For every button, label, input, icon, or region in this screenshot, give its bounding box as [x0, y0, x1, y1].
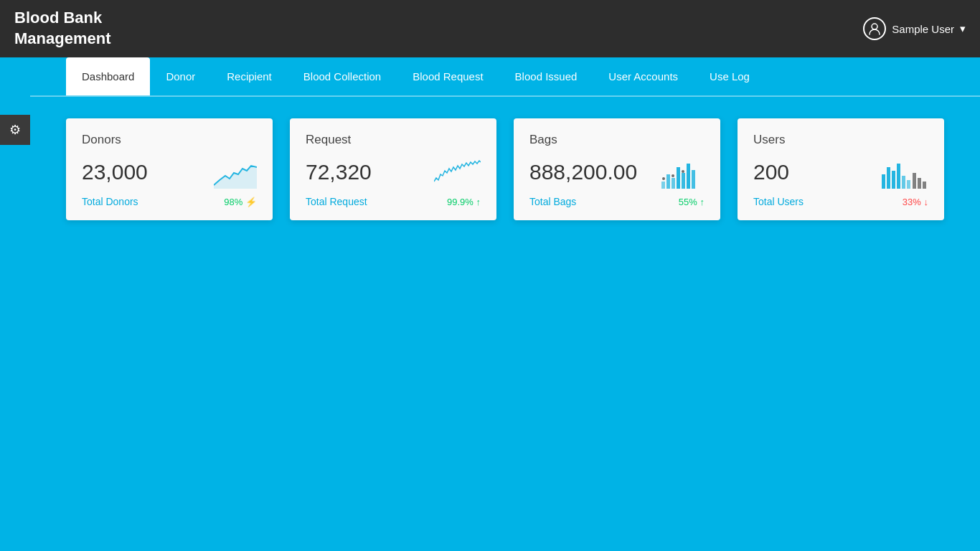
- gear-icon: ⚙: [9, 122, 21, 138]
- user-name-label: Sample User: [892, 23, 954, 35]
- svg-rect-5: [677, 167, 680, 189]
- request-card-body: 72,320: [306, 160, 481, 189]
- svg-rect-18: [913, 173, 916, 189]
- svg-marker-1: [214, 166, 257, 189]
- tab-blood-issued[interactable]: Blood Issued: [499, 57, 593, 95]
- svg-point-9: [662, 177, 665, 180]
- svg-rect-8: [692, 170, 695, 189]
- users-stat: 33% ↓: [903, 197, 928, 207]
- bags-card-body: 888,200.00: [529, 160, 705, 189]
- svg-rect-17: [907, 180, 910, 189]
- bags-card-footer: Total Bags 55% ↑: [529, 196, 705, 207]
- bags-number: 888,200.00: [529, 160, 637, 184]
- nav-tabs: Dashboard Donor Recipient Blood Collecti…: [30, 57, 980, 97]
- bags-card-title: Bags: [529, 133, 705, 147]
- tab-recipient[interactable]: Recipient: [211, 57, 288, 95]
- tab-donor[interactable]: Donor: [150, 57, 211, 95]
- svg-point-0: [872, 24, 877, 29]
- request-chart: [434, 160, 481, 189]
- svg-rect-13: [887, 167, 890, 189]
- users-card-title: Users: [753, 133, 928, 147]
- users-chart: [882, 160, 928, 189]
- donors-card-body: 23,000: [82, 160, 257, 189]
- request-stat: 99.9% ↑: [447, 197, 481, 207]
- tab-dashboard[interactable]: Dashboard: [66, 57, 150, 95]
- settings-gear-button[interactable]: ⚙: [0, 115, 30, 145]
- donors-card: Donors 23,000 Total Donors 98% ⚡: [66, 118, 273, 220]
- users-card-body: 200: [753, 160, 928, 189]
- chevron-down-icon: ▾: [960, 22, 966, 35]
- tab-blood-request[interactable]: Blood Request: [397, 57, 499, 95]
- app-title: Blood Bank Management: [14, 8, 110, 49]
- donors-card-title: Donors: [82, 133, 257, 147]
- users-number: 200: [753, 160, 789, 184]
- users-label: Total Users: [753, 196, 804, 207]
- donors-number: 23,000: [82, 160, 148, 184]
- users-card: Users 200: [738, 118, 944, 220]
- tab-user-accounts[interactable]: User Accounts: [593, 57, 694, 95]
- donors-label: Total Donors: [82, 196, 138, 207]
- request-card-title: Request: [306, 133, 481, 147]
- svg-rect-4: [672, 178, 675, 189]
- svg-point-10: [672, 174, 674, 177]
- svg-rect-16: [902, 176, 905, 189]
- svg-rect-3: [666, 174, 670, 189]
- user-avatar-icon: [863, 17, 886, 40]
- request-number: 72,320: [306, 160, 372, 184]
- svg-rect-14: [892, 171, 895, 189]
- svg-rect-2: [661, 182, 665, 189]
- request-label: Total Request: [306, 196, 367, 207]
- dashboard-cards: Donors 23,000 Total Donors 98% ⚡ Request: [0, 97, 980, 242]
- request-card-footer: Total Request 99.9% ↑: [306, 196, 481, 207]
- svg-point-11: [682, 170, 684, 173]
- bags-stat: 55% ↑: [679, 197, 705, 207]
- bags-label: Total Bags: [529, 196, 576, 207]
- svg-rect-20: [923, 182, 926, 189]
- svg-rect-7: [687, 164, 690, 189]
- donors-chart: [214, 160, 257, 189]
- user-menu[interactable]: Sample User ▾: [863, 17, 966, 40]
- donors-card-footer: Total Donors 98% ⚡: [82, 196, 257, 207]
- tab-use-log[interactable]: Use Log: [694, 57, 765, 95]
- tab-blood-collection[interactable]: Blood Collection: [288, 57, 397, 95]
- users-card-footer: Total Users 33% ↓: [753, 196, 928, 207]
- svg-rect-15: [897, 164, 900, 189]
- bags-chart: [661, 160, 705, 189]
- main-content: ⚙ Dashboard Donor Recipient Blood Collec…: [0, 57, 980, 242]
- svg-rect-19: [918, 178, 921, 189]
- header: Blood Bank Management Sample User ▾: [0, 0, 980, 57]
- svg-rect-12: [882, 174, 885, 189]
- bags-card: Bags 888,200.00: [514, 118, 720, 220]
- donors-stat: 98% ⚡: [224, 197, 257, 207]
- svg-rect-6: [682, 173, 685, 189]
- request-card: Request 72,320 Total Request 99.9% ↑: [290, 118, 496, 220]
